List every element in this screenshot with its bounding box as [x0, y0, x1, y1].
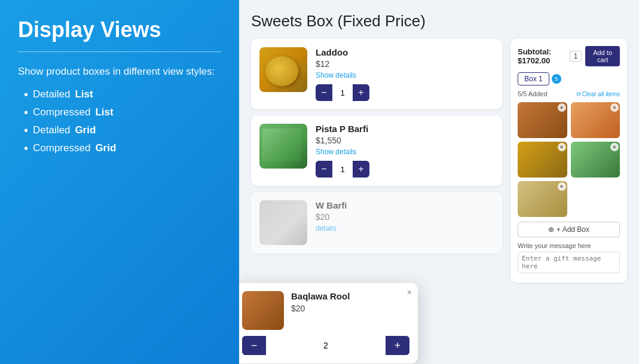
list-item-1: Detailed List	[24, 88, 221, 100]
add-to-cart-button[interactable]: Add to cart	[585, 46, 620, 66]
subtotal-row: Subtotal: $1702.00 1 Add to cart	[518, 46, 620, 66]
cart-qty-badge: 1	[570, 51, 582, 62]
add-box-button[interactable]: ⊕ + Add Box	[518, 222, 620, 237]
qty-control-barfi: − +	[316, 161, 369, 178]
popup-info: Baqlawa Rool $20	[291, 291, 350, 313]
product-card-wbarfi: W Barfi $20 details	[251, 192, 502, 253]
box-1-button[interactable]: Box 1	[518, 72, 549, 85]
product-name-laddoo: Laddoo	[316, 47, 494, 57]
subtotal-text: Subtotal: $1702.00	[518, 47, 566, 65]
product-info-wbarfi: W Barfi $20 details	[316, 200, 494, 237]
popup-qty-increase[interactable]: +	[386, 336, 409, 355]
list-item-3-normal: Detailed	[33, 124, 70, 136]
feature-list: Detailed List Compressed List Detailed G…	[18, 88, 221, 160]
show-details-laddoo[interactable]: Show details	[316, 71, 494, 79]
thumb-close-barfi[interactable]: ×	[558, 182, 566, 191]
thumbnail-grid: × × × × ×	[518, 102, 620, 217]
list-item-3-bold: Grid	[75, 124, 96, 136]
qty-control-laddoo: − +	[316, 84, 369, 101]
product-info-laddoo: Laddoo $12 Show details − +	[316, 47, 494, 101]
message-input[interactable]	[518, 252, 620, 273]
qty-input-barfi[interactable]	[332, 161, 353, 178]
qty-decrease-barfi[interactable]: −	[316, 161, 332, 178]
product-name-wbarfi: W Barfi	[316, 200, 494, 210]
popup-content: Baqlawa Rool $20	[242, 291, 409, 330]
list-item-4-normal: Compressed	[33, 142, 90, 154]
product-info-barfi: Pista P Barfi $1,550 Show details − +	[316, 124, 494, 178]
popup-qty-control: − +	[242, 336, 409, 355]
product-name-barfi: Pista P Barfi	[316, 124, 494, 134]
product-list: Laddoo $12 Show details − + Pista P Barf…	[251, 39, 502, 283]
thumb-laddoo: ×	[518, 142, 567, 178]
shop-title: Sweets Box (Fixed Price)	[251, 12, 627, 30]
main-title: Display Views	[18, 18, 221, 42]
list-item-3: Detailed Grid	[24, 124, 221, 136]
thumb-close-baklawa[interactable]: ×	[558, 103, 566, 112]
cart-sidebar: Subtotal: $1702.00 1 Add to cart Box 1 5…	[510, 39, 627, 283]
product-card-barfi: Pista P Barfi $1,550 Show details − +	[251, 115, 502, 186]
qty-decrease-laddoo[interactable]: −	[316, 84, 332, 101]
thumb-barfi: ×	[518, 181, 567, 217]
popup-qty-input[interactable]	[266, 336, 386, 355]
right-panel: Sweets Box (Fixed Price) Laddoo $12 Show…	[239, 0, 639, 364]
thumb-close-pista[interactable]: ×	[610, 143, 619, 151]
box-selector: Box 1 5	[518, 72, 620, 85]
list-item-1-bold: List	[75, 88, 93, 100]
popup-qty-decrease[interactable]: −	[242, 336, 266, 355]
list-item-2-normal: Compressed	[33, 106, 90, 118]
show-details-wbarfi[interactable]: details	[316, 224, 494, 233]
divider	[18, 51, 221, 52]
popup-close-button[interactable]: ×	[407, 287, 412, 297]
list-item-4-bold: Grid	[95, 142, 116, 154]
show-details-barfi[interactable]: Show details	[316, 148, 494, 156]
list-item-1-normal: Detailed	[33, 88, 70, 100]
refresh-icon: ⟳	[576, 91, 581, 97]
thumb-gulab: ×	[571, 102, 620, 138]
qty-increase-barfi[interactable]: +	[353, 161, 369, 178]
product-price-laddoo: $12	[316, 59, 494, 69]
thumb-close-gulab[interactable]: ×	[610, 103, 619, 112]
clear-items-button[interactable]: ⟳ Clear all items	[576, 91, 620, 97]
shop-content: Laddoo $12 Show details − + Pista P Barf…	[251, 39, 627, 283]
add-box-label: + Add Box	[557, 225, 589, 234]
popup-product-price: $20	[291, 304, 350, 313]
qty-increase-laddoo[interactable]: +	[353, 84, 369, 101]
add-box-icon: ⊕	[548, 225, 554, 234]
popup-card: × Baqlawa Rool $20 − +	[239, 282, 418, 364]
thumb-baklawa: ×	[518, 102, 567, 138]
thumb-close-laddoo[interactable]: ×	[558, 143, 566, 151]
product-price-wbarfi: $20	[316, 212, 494, 222]
left-panel: Display Views Show product boxes in diff…	[0, 0, 239, 364]
product-price-barfi: $1,550	[316, 136, 494, 145]
product-card-laddoo: Laddoo $12 Show details − +	[251, 39, 502, 109]
clear-items-label: Clear all items	[582, 91, 620, 97]
qty-input-laddoo[interactable]	[332, 84, 353, 101]
product-image-wbarfi	[259, 200, 307, 245]
list-item-4: Compressed Grid	[24, 142, 221, 154]
popup-image	[242, 291, 284, 330]
popup-product-name: Baqlawa Rool	[291, 291, 350, 301]
product-image-laddoo	[259, 47, 307, 92]
list-item-2-bold: List	[95, 106, 113, 118]
list-item-2: Compressed List	[24, 106, 221, 118]
message-label: Write your message here	[518, 242, 620, 249]
thumb-pista: ×	[571, 142, 620, 178]
subtitle: Show product boxes in different view sty…	[18, 64, 221, 79]
box-count: 5	[552, 74, 561, 84]
added-text: 5/5 Added	[518, 90, 548, 97]
product-image-barfi	[259, 124, 307, 169]
added-row: 5/5 Added ⟳ Clear all items	[518, 90, 620, 97]
